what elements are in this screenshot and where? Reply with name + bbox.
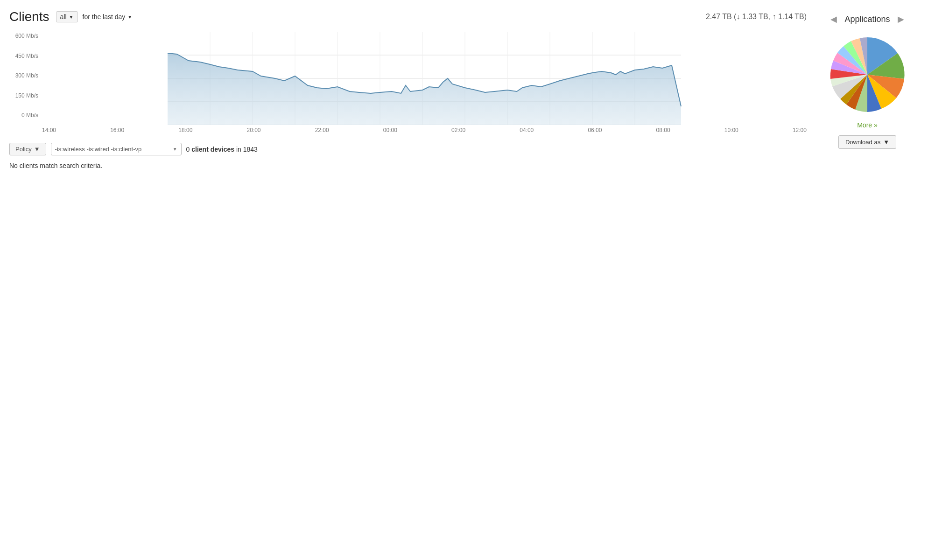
policy-button[interactable]: Policy ▼ <box>9 143 46 155</box>
main-container: Clients all ▼ for the last day ▼ 2.47 TB… <box>0 0 928 560</box>
y-label-0: 0 Mb/s <box>21 112 38 119</box>
panel-nav: ◀ Applications ▶ <box>816 14 919 24</box>
header-row: Clients all ▼ for the last day ▼ 2.47 TB… <box>9 9 807 24</box>
chart-wrapper <box>42 32 807 125</box>
policy-label: Policy <box>15 146 32 153</box>
x-label-20: 20:00 <box>247 127 261 133</box>
right-panel: ◀ Applications ▶ <box>816 9 919 551</box>
controls-row: Policy ▼ -is:wireless -is:wired -is:clie… <box>9 143 807 155</box>
y-label-600: 600 Mb/s <box>15 33 38 39</box>
x-label-00: 00:00 <box>383 127 397 133</box>
time-filter-arrow-icon: ▼ <box>127 14 132 20</box>
pie-chart <box>825 33 909 117</box>
all-filter-label: all <box>60 13 67 21</box>
page-title: Clients <box>9 9 49 24</box>
more-link[interactable]: More » <box>857 121 878 129</box>
panel-nav-right-icon[interactable]: ▶ <box>895 14 907 24</box>
time-filter-dropdown[interactable]: for the last day ▼ <box>83 13 133 21</box>
y-label-450: 450 Mb/s <box>15 53 38 59</box>
result-count-label: client devices <box>191 146 234 153</box>
bandwidth-chart <box>42 32 807 125</box>
result-count-number: 0 <box>186 146 190 153</box>
download-label: Download as <box>845 139 880 146</box>
left-panel: Clients all ▼ for the last day ▼ 2.47 TB… <box>9 9 816 551</box>
x-label-08: 08:00 <box>656 127 670 133</box>
x-label-04: 04:00 <box>520 127 534 133</box>
policy-arrow-icon: ▼ <box>34 146 40 153</box>
time-filter-label: for the last day <box>83 13 126 21</box>
download-as-button[interactable]: Download as ▼ <box>838 135 896 149</box>
no-results-message: No clients match search criteria. <box>9 162 807 169</box>
search-filter-arrow-icon: ▼ <box>173 147 177 152</box>
all-filter-arrow-icon: ▼ <box>69 14 74 20</box>
chart-y-axis: 600 Mb/s 450 Mb/s 300 Mb/s 150 Mb/s 0 Mb… <box>9 32 42 119</box>
chart-container: 600 Mb/s 450 Mb/s 300 Mb/s 150 Mb/s 0 Mb… <box>9 32 807 133</box>
download-arrow-icon: ▼ <box>883 139 889 146</box>
result-count: 0 client devices in 1843 <box>186 146 258 153</box>
y-label-150: 150 Mb/s <box>15 92 38 99</box>
all-filter-dropdown[interactable]: all ▼ <box>56 11 78 22</box>
x-label-06: 06:00 <box>588 127 602 133</box>
search-filter-value: -is:wireless -is:wired -is:client-vp <box>55 146 142 153</box>
x-label-14: 14:00 <box>42 127 56 133</box>
traffic-summary: 2.47 TB (↓ 1.33 TB, ↑ 1.14 TB) <box>706 13 807 21</box>
search-filter-dropdown[interactable]: -is:wireless -is:wired -is:client-vp ▼ <box>51 143 182 155</box>
x-label-18: 18:00 <box>178 127 192 133</box>
panel-title: Applications <box>844 14 890 24</box>
y-label-300: 300 Mb/s <box>15 72 38 79</box>
x-label-02: 02:00 <box>451 127 465 133</box>
applications-pie-chart <box>825 33 909 117</box>
x-label-22: 22:00 <box>315 127 329 133</box>
panel-nav-left-icon[interactable]: ◀ <box>828 14 840 24</box>
x-label-10: 10:00 <box>724 127 738 133</box>
chart-x-axis: 14:00 16:00 18:00 20:00 22:00 00:00 02:0… <box>42 125 807 133</box>
x-label-12: 12:00 <box>793 127 807 133</box>
x-label-16: 16:00 <box>110 127 124 133</box>
